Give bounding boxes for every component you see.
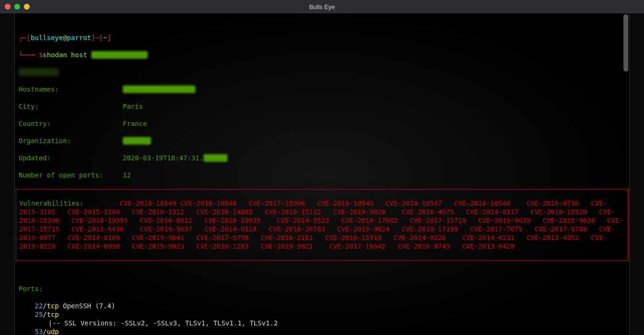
port-number: 22 — [19, 302, 43, 310]
open-ports-line: Number of open ports:12 — [19, 171, 625, 179]
port-number: 25 — [19, 311, 43, 318]
terminal-area[interactable]: ┌─[bullseye@parrot]─[~] └──╼ $shodan hos… — [14, 13, 630, 335]
output-line-redacted: xxx.xxx.xx — [19, 68, 625, 76]
port-protocol: udp — [47, 328, 59, 335]
port-protocol: tcp — [47, 302, 59, 310]
minimize-icon[interactable] — [14, 4, 20, 10]
maximize-icon[interactable] — [24, 4, 30, 10]
ports-section: Ports: 22/tcp OpenSSH (7.4) 25/tcp|-- SS… — [19, 276, 625, 335]
port-slash: / — [43, 328, 47, 335]
port-protocol: tcp — [47, 311, 59, 318]
port-line: 25/tcp — [19, 310, 625, 319]
port-line: 53/udp — [19, 327, 625, 335]
port-line: 22/tcp OpenSSH (7.4) — [19, 302, 625, 310]
close-icon[interactable] — [5, 4, 11, 10]
titlebar: Bulls Eye — [0, 0, 644, 13]
port-slash: / — [43, 311, 47, 318]
prompt-line-2: └──╼ $shodan host xxx.xxx.xx.xxx — [19, 51, 625, 59]
updated-line: Updated:2020-03-19T18:47:31.xxxxxx — [19, 154, 625, 162]
city-line: City:Paris — [19, 102, 625, 111]
port-slash: / — [43, 302, 47, 310]
window-title: Bulls Eye — [309, 3, 335, 10]
country-line: Country:France — [19, 119, 625, 128]
port-service: OpenSSH (7.4) — [59, 302, 115, 310]
organization-line: Organization:xxxxxxx — [19, 136, 625, 145]
prompt-line-1: ┌─[bullseye@parrot]─[~] — [19, 33, 625, 42]
port-number: 53 — [19, 328, 43, 335]
ports-label: Ports: — [19, 284, 625, 293]
port-detail-line: |-- SSL Versions: -SSLv2, -SSLv3, TLSv1,… — [48, 319, 625, 327]
hostnames-line: Hostnames:xxx.xxxxxxx.xxx.xx — [19, 85, 625, 94]
vulnerabilities-box: Vulnerabilities: CVE-2018-10549 CVE-2018… — [16, 189, 628, 261]
scrollbar[interactable] — [623, 14, 628, 72]
vulnerabilities-text: Vulnerabilities: CVE-2018-10549 CVE-2018… — [19, 199, 625, 251]
